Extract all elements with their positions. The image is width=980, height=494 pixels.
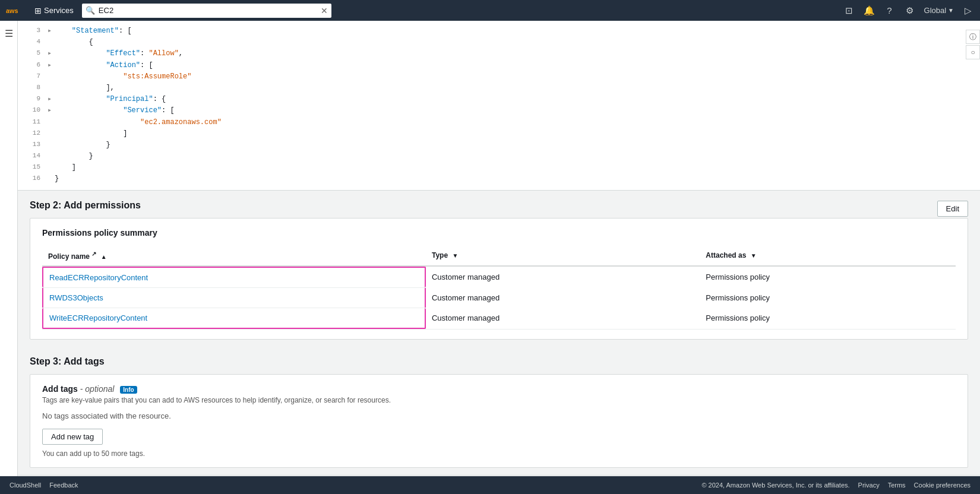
policy-name-cell-3: WriteECRRepositoryContent [42,308,426,329]
footer: CloudShell Feedback © 2024, Amazon Web S… [0,476,980,494]
sidebar-toggle[interactable]: ☰ [0,21,18,476]
table-header: Policy name ↗ ▲ Type ▼ Attached as ▼ [42,246,956,266]
search-input[interactable] [99,6,317,15]
aws-logo[interactable]: aws [6,5,24,16]
table-row: WriteECRRepositoryContent Customer manag… [42,308,956,329]
step2-title: Step 2: Add permissions [30,200,141,211]
tags-description: Tags are key-value pairs that you can ad… [42,396,956,404]
policy-link-1[interactable]: ReadECRRepositoryContent [49,273,148,282]
main-layout: ☰ 3 ▸ "Statement": [ 4 { 5 ▸ "Effect": "… [0,21,980,476]
code-line-13: 13 } [18,140,980,151]
help-icon[interactable]: ? [884,5,896,17]
attached-cell-3: Permissions policy [700,308,956,329]
json-code-block: 3 ▸ "Statement": [ 4 { 5 ▸ "Effect": "Al… [18,21,980,191]
no-tags-message: No tags associated with the resource. [42,411,956,420]
col-attached-header[interactable]: Attached as ▼ [700,246,956,266]
region-dropdown[interactable]: Global ▼ [924,6,954,15]
edit-button[interactable]: Edit [937,201,968,217]
right-side-icons: ⓘ ○ [966,30,980,59]
code-line-14: 14 } [18,151,980,162]
col-policy-header[interactable]: Policy name ↗ ▲ [42,246,426,266]
step2-header: Step 2: Add permissions Edit [30,200,968,218]
code-line-7: 7 "sts:AssumeRole" [18,71,980,83]
attached-cell-1: Permissions policy [700,266,956,288]
code-line-16: 16 } [18,173,980,185]
search-icon: 🔍 [86,6,95,15]
footer-right: © 2024, Amazon Web Services, Inc. or its… [701,482,970,489]
info-side-icon[interactable]: ⓘ [966,30,980,44]
type-cell-1: Customer managed [426,266,700,288]
svg-text:aws: aws [6,7,18,14]
optional-label: - optional [80,384,115,394]
code-line-4: 4 { [18,37,980,48]
code-line-5: 5 ▸ "Effect": "Allow", [18,48,980,59]
permissions-card-title: Permissions policy summary [42,228,956,238]
settings-icon[interactable]: ⚙ [904,5,916,17]
step3-section: Step 3: Add tags Add tags - optional Inf… [18,347,980,475]
sort-asc-icon[interactable]: ▲ [101,254,107,260]
search-bar: 🔍 ✕ [82,4,331,18]
tags-card: Add tags - optional Info Tags are key-va… [30,374,968,468]
code-line-8: 8 ], [18,83,980,94]
col-type-header[interactable]: Type ▼ [426,246,700,266]
type-cell-3: Customer managed [426,308,700,329]
code-line-9: 9 ▸ "Principal": { [18,94,980,105]
external-link-icon: ↗ [91,251,96,257]
services-menu-button[interactable]: ⊞ Services [31,4,77,18]
tags-note: You can add up to 50 more tags. [42,449,956,458]
content-area: 3 ▸ "Statement": [ 4 { 5 ▸ "Effect": "Al… [18,21,980,476]
notifications-icon[interactable]: 🔔 [864,5,875,17]
code-line-6: 6 ▸ "Action": [ [18,60,980,71]
clock-side-icon[interactable]: ○ [966,45,980,59]
table-row: RWDS3Objects Customer managed Permission… [42,287,956,308]
screen-icon[interactable]: ⊡ [843,5,855,17]
terms-link[interactable]: Terms [888,482,906,489]
cloudshell-button[interactable]: CloudShell [10,482,41,489]
sort-desc-icon[interactable]: ▼ [452,252,458,259]
permissions-table: Policy name ↗ ▲ Type ▼ Attached as ▼ [42,246,956,330]
region-label: Global [924,6,947,15]
info-badge[interactable]: Info [120,386,137,394]
cookie-link[interactable]: Cookie preferences [914,482,970,489]
hamburger-icon[interactable]: ☰ [5,28,13,39]
footer-left: CloudShell Feedback [10,482,78,489]
grid-icon: ⊞ [34,6,42,15]
privacy-link[interactable]: Privacy [858,482,880,489]
services-label: Services [44,6,74,15]
code-line-15: 15 ] [18,162,980,173]
sort-attached-icon[interactable]: ▼ [751,252,757,259]
copyright-text: © 2024, Amazon Web Services, Inc. or its… [701,482,849,489]
policy-link-3[interactable]: WriteECRRepositoryContent [49,314,147,322]
feedback-button[interactable]: Feedback [49,482,78,489]
step3-title: Step 3: Add tags [30,356,968,367]
policy-name-cell-1: ReadECRRepositoryContent [42,266,426,288]
type-cell-2: Customer managed [426,287,700,308]
code-line-10: 10 ▸ "Service": [ [18,105,980,116]
permissions-card: Permissions policy summary Policy name ↗… [30,218,968,340]
policy-name-cell-2: RWDS3Objects [42,287,426,308]
nav-right-icons: ⊡ 🔔 ? ⚙ Global ▼ ▷ [843,5,974,17]
step2-section: Step 2: Add permissions Edit Permissions… [18,191,980,347]
code-line-12: 12 ] [18,128,980,140]
code-line-11: 11 "ec2.amazonaws.com" [18,117,980,128]
sidebar-toggle-right-icon[interactable]: ▷ [962,5,974,17]
add-tag-button[interactable]: Add new tag [42,429,103,445]
tags-card-title: Add tags - optional Info [42,384,956,394]
permissions-table-body: ReadECRRepositoryContent Customer manage… [42,266,956,330]
region-caret-icon: ▼ [948,7,954,14]
attached-cell-2: Permissions policy [700,287,956,308]
table-row: ReadECRRepositoryContent Customer manage… [42,266,956,288]
search-clear-button[interactable]: ✕ [321,6,328,15]
top-navigation: aws ⊞ Services 🔍 ✕ ⊡ 🔔 ? ⚙ Global ▼ ▷ [0,0,980,21]
code-line-3: 3 ▸ "Statement": [ [18,26,980,37]
policy-link-2[interactable]: RWDS3Objects [49,293,103,302]
